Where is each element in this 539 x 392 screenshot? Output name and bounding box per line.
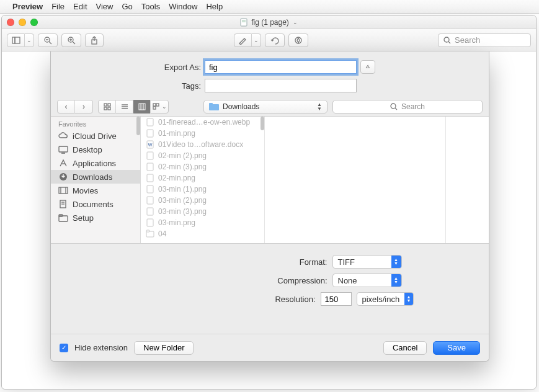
svg-rect-57 (146, 230, 149, 232)
menu-help[interactable]: Help (206, 2, 223, 11)
back-button[interactable]: ‹ (58, 100, 75, 114)
file-name: 01-min.png (158, 129, 195, 138)
svg-rect-45 (147, 118, 153, 126)
toolbar: ⌄ ⌄ Search (2, 29, 536, 51)
file-icon (146, 174, 154, 182)
location-search-placeholder: Search (401, 102, 425, 111)
menu-go[interactable]: Go (122, 2, 132, 11)
icon-view-button[interactable] (99, 100, 116, 114)
rotate-button[interactable] (265, 33, 285, 47)
sidebar-item-icloud-drive[interactable]: iCloud Drive (51, 129, 140, 143)
menu-window[interactable]: Window (169, 2, 197, 11)
markup-pen-button[interactable] (288, 33, 308, 47)
preview-pane-2 (445, 117, 489, 243)
file-browser: Favorites iCloud DriveDesktopApplication… (51, 116, 489, 244)
file-name: 03-min (1).png (158, 185, 207, 194)
sidebar-item-label: Setup (73, 213, 94, 223)
file-item[interactable]: 02-min (2).png (141, 150, 264, 161)
titlebar[interactable]: fig (1 page) ⌄ (2, 16, 536, 29)
zoom-window-button[interactable] (30, 19, 38, 26)
sidebar-item-movies[interactable]: Movies (51, 184, 140, 197)
save-button[interactable]: Save (433, 341, 480, 355)
export-as-label: Export As: (51, 63, 205, 72)
svg-rect-53 (147, 197, 153, 204)
nav-back-forward[interactable]: ‹ › (57, 100, 93, 114)
svg-rect-17 (108, 104, 110, 106)
sidebar-item-applications[interactable]: Applications (51, 156, 140, 170)
sidebar-item-label: Downloads (73, 172, 112, 182)
new-folder-button[interactable]: New Folder (134, 341, 194, 355)
svg-line-32 (395, 108, 397, 110)
sidebar-item-setup[interactable]: Setup (51, 211, 140, 225)
menu-file[interactable]: File (51, 2, 65, 11)
gallery-view-button[interactable]: ⌄ (151, 100, 168, 114)
sidebar: Favorites iCloud DriveDesktopApplication… (51, 117, 141, 243)
title-dropdown-icon[interactable]: ⌄ (293, 19, 298, 25)
file-item[interactable]: 03-min (3).png (141, 206, 264, 217)
svg-rect-25 (143, 104, 145, 110)
file-column-scrollbar[interactable] (261, 117, 264, 130)
column-view-button[interactable] (133, 100, 151, 114)
zoom-out-button[interactable] (38, 33, 58, 47)
share-button[interactable] (85, 33, 104, 47)
file-item[interactable]: 03-min.png (141, 217, 264, 228)
compression-popup[interactable]: None ▲▼ (332, 274, 402, 287)
format-label: Format: (138, 257, 327, 267)
export-as-field[interactable] (205, 60, 357, 74)
tags-field[interactable] (205, 79, 357, 92)
file-name: 02-min (3).png (158, 163, 207, 171)
file-item[interactable]: 01-min.png (141, 128, 264, 139)
resolution-field[interactable] (321, 292, 352, 306)
toolbar-search[interactable]: Search (438, 33, 531, 47)
minimize-window-button[interactable] (19, 19, 26, 26)
zoom-in-button[interactable] (61, 33, 81, 47)
file-icon (146, 196, 154, 205)
file-item[interactable]: 03-min (1).png (141, 184, 264, 195)
sidebar-item-desktop[interactable]: Desktop (51, 143, 140, 156)
menu-tools[interactable]: Tools (141, 2, 160, 11)
resolution-unit-popup[interactable]: pixels/inch ▲▼ (357, 292, 414, 306)
menu-edit[interactable]: Edit (73, 2, 87, 11)
file-icon (146, 129, 154, 138)
sidebar-item-documents[interactable]: Documents (51, 197, 140, 211)
sidebar-header-favorites: Favorites (51, 117, 140, 129)
forward-button[interactable]: › (75, 100, 92, 114)
sidebar-item-downloads[interactable]: Downloads (51, 170, 140, 184)
sidebar-scrollbar[interactable] (136, 117, 140, 135)
location-search[interactable]: Search (332, 100, 483, 114)
list-view-button[interactable] (116, 100, 133, 114)
cancel-button[interactable]: Cancel (383, 341, 427, 355)
location-popup[interactable]: Downloads ▲▼ (203, 100, 327, 114)
document-proxy-icon[interactable] (240, 18, 247, 27)
toolbar-search-placeholder: Search (455, 35, 480, 45)
file-item[interactable]: 04 (141, 228, 264, 239)
markup-toggle[interactable]: ⌄ (234, 33, 261, 47)
view-mode-control[interactable]: ⌄ (98, 100, 169, 114)
svg-rect-26 (153, 104, 156, 106)
close-window-button[interactable] (7, 19, 14, 26)
svg-rect-30 (209, 103, 213, 105)
expand-collapse-button[interactable]: ㅿ (360, 60, 375, 74)
sidebar-item-label: Applications (73, 159, 116, 168)
search-icon (390, 103, 398, 110)
hide-extension-label[interactable]: Hide extension (74, 343, 128, 352)
file-column[interactable]: 01-fineread…e-ow-en.webp01-min.pngW01Vid… (141, 117, 265, 243)
file-item[interactable]: W01Video to…oftware.docx (141, 139, 264, 150)
file-item[interactable]: 03-min (2).png (141, 195, 264, 206)
menu-view[interactable]: View (96, 2, 114, 11)
format-popup[interactable]: TIFF ▲▼ (332, 255, 402, 269)
file-item[interactable]: 02-min.png (141, 172, 264, 184)
app-menu[interactable]: Preview (12, 2, 43, 11)
format-value: TIFF (333, 257, 391, 267)
export-sheet: Export As: ㅿ Tags: ‹ › ⌄ (50, 51, 489, 362)
file-item[interactable]: 02-min (3).png (141, 161, 264, 172)
hide-extension-checkbox[interactable]: ✓ (60, 344, 68, 352)
file-item[interactable]: 01-fineread…e-ow-en.webp (141, 117, 264, 128)
location-name: Downloads (223, 102, 259, 111)
svg-rect-27 (156, 104, 159, 106)
sidebar-view-control[interactable]: ⌄ (7, 33, 34, 47)
sidebar-item-label: iCloud Drive (73, 131, 117, 141)
preview-window: fig (1 page) ⌄ ⌄ ⌄ Sear (1, 15, 537, 390)
file-icon (146, 163, 154, 171)
updown-arrows-icon: ▲▼ (404, 293, 412, 305)
